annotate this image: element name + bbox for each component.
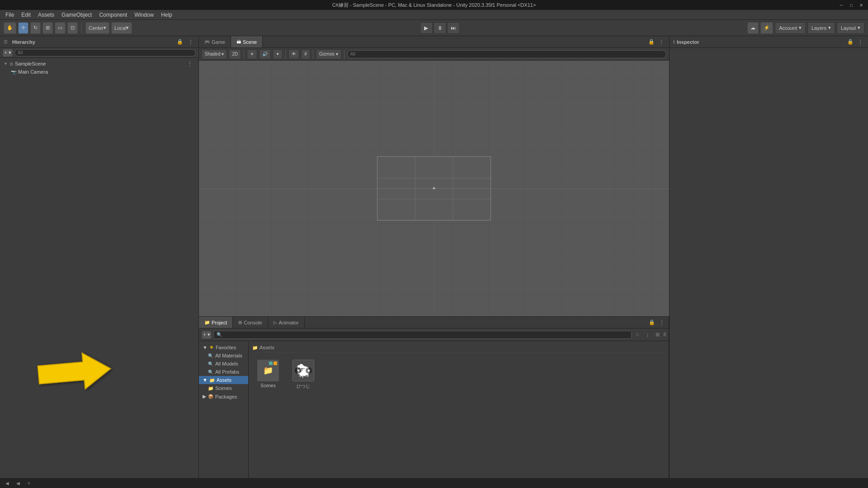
- layout-dropdown[interactable]: Layout ▾: [837, 22, 864, 34]
- tab-animator[interactable]: ▷ Animator: [268, 317, 305, 328]
- sidebar-all-prefabs[interactable]: 🔍 All Prefabs: [199, 368, 248, 376]
- tool-move[interactable]: ✛: [18, 22, 28, 34]
- pivot-mode-button[interactable]: Center ▾: [85, 22, 109, 34]
- scene-search-input[interactable]: [347, 50, 666, 58]
- sidebar-assets[interactable]: ▼ 📁 Assets: [199, 376, 248, 384]
- mode-2d-btn[interactable]: 2D: [229, 49, 241, 59]
- menu-assets[interactable]: Assets: [34, 11, 58, 19]
- services-icon[interactable]: ⚡: [760, 22, 773, 34]
- sidebar-all-models[interactable]: 🔍 All Models: [199, 360, 248, 368]
- hierarchy-scene-item[interactable]: ▼ ⊙ SampleScene ⋮: [0, 60, 198, 68]
- scene-panel-menu[interactable]: ⋮: [657, 38, 665, 46]
- tool-hand[interactable]: ✋: [4, 22, 16, 34]
- packages-label: Packages: [215, 394, 237, 399]
- hierarchy-add-button[interactable]: + ▾: [3, 49, 13, 57]
- scene-gizmos-btn[interactable]: Gizmos ▾: [316, 49, 341, 59]
- project-filter-btn[interactable]: ☆: [633, 331, 642, 339]
- scene-panel-lock[interactable]: 🔒: [647, 38, 656, 46]
- menu-component[interactable]: Component: [95, 11, 131, 19]
- minimize-button[interactable]: ─: [838, 2, 844, 8]
- scene-fx-btn[interactable]: ✦: [273, 49, 283, 59]
- step-button[interactable]: ⏭: [447, 22, 460, 34]
- menu-help[interactable]: Help: [157, 11, 176, 19]
- project-search-input[interactable]: [213, 331, 632, 339]
- tool-rect[interactable]: ▭: [55, 22, 66, 34]
- menu-file[interactable]: File: [2, 11, 18, 19]
- scene-context-menu[interactable]: ⋮: [185, 60, 195, 67]
- tool-transform[interactable]: ⊡: [67, 22, 78, 34]
- sidebar-all-materials[interactable]: 🔍 All Materials: [199, 352, 248, 360]
- sidebar-favorites[interactable]: ▼ ★ Favorites: [199, 343, 248, 352]
- camera-center-icon: ✦: [432, 185, 436, 192]
- tab-console-label: Console: [244, 320, 262, 325]
- sheep-play-right-btn[interactable]: ▶: [306, 367, 312, 374]
- scene-name: SampleScene: [15, 61, 46, 66]
- mode-2d-label: 2D: [232, 52, 238, 56]
- favorites-label: Favorites: [216, 345, 236, 350]
- tab-scene[interactable]: 🏔 Scene: [231, 36, 263, 47]
- favorites-arrow: ▼: [203, 345, 208, 350]
- sidebar-scenes[interactable]: 📁 Scenes: [199, 384, 248, 392]
- project-toolbar: + ▾ ☆ ↕ ⊞ 8: [199, 328, 669, 341]
- tab-game[interactable]: 🎮 Game: [199, 36, 231, 47]
- sheep-asset-icon: 🐑 ◀ ▶: [292, 360, 314, 381]
- hierarchy-header-icons: 🔒 ⋮: [176, 38, 195, 46]
- shading-mode-btn[interactable]: Shaded ▾: [202, 49, 227, 59]
- scene-audio-btn[interactable]: 🔊: [259, 49, 271, 59]
- hierarchy-lock-icon[interactable]: 🔒: [176, 38, 184, 46]
- game-tab-icon: 🎮: [204, 39, 210, 44]
- account-dropdown[interactable]: Account ▾: [775, 22, 806, 34]
- hierarchy-camera-item[interactable]: 📷 Main Camera: [0, 68, 198, 76]
- hierarchy-menu-icon[interactable]: ⋮: [187, 38, 195, 46]
- menu-edit[interactable]: Edit: [18, 11, 34, 19]
- badge-orange: [274, 361, 277, 365]
- assets-arrow: ▼: [203, 377, 208, 383]
- close-button[interactable]: ✕: [858, 2, 864, 8]
- asset-sheep[interactable]: 🐑 ◀ ▶ ひつじ: [288, 358, 319, 391]
- inspector-icon: ℹ: [673, 39, 675, 44]
- scene-sep-1: [244, 50, 244, 59]
- camera-rule-v1: [415, 157, 415, 220]
- scene-lighting-btn[interactable]: ☀: [247, 49, 257, 59]
- favorites-star-icon: ★: [209, 344, 214, 350]
- folder-icon-glyph: 📁: [263, 366, 273, 375]
- project-add-button[interactable]: + ▾: [202, 331, 212, 339]
- sheep-label: ひつじ: [297, 383, 310, 389]
- sheep-play-left-btn[interactable]: ◀: [295, 367, 301, 374]
- hierarchy-panel: ☰ Hierarchy 🔒 ⋮ + ▾ ▼ ⊙ SampleScene ⋮ 📷: [0, 36, 199, 488]
- badge-green: [269, 361, 273, 365]
- title-text: C#練習 - SampleScene - PC, Mac & Linux Sta…: [332, 2, 536, 9]
- scene-expand-arrow: ▼: [4, 61, 8, 66]
- layers-dropdown[interactable]: Layers ▾: [807, 22, 835, 34]
- maximize-button[interactable]: □: [848, 2, 854, 8]
- inspector-lock-icon[interactable]: 🔒: [846, 38, 854, 46]
- inspector-menu-icon[interactable]: ⋮: [856, 38, 864, 46]
- all-materials-label: All Materials: [215, 353, 242, 358]
- tab-project[interactable]: 📁 Project: [199, 317, 233, 328]
- project-sort-btn[interactable]: ↕: [643, 331, 651, 339]
- sidebar-packages[interactable]: ▶ 📦 Packages: [199, 392, 248, 401]
- collab-icon[interactable]: ☁: [747, 22, 759, 34]
- tool-scale[interactable]: ⊞: [42, 22, 53, 34]
- status-icon-1[interactable]: ◀: [4, 479, 11, 487]
- menu-gameobject[interactable]: GameObject: [58, 11, 95, 19]
- scene-camera-btn[interactable]: 👁: [288, 49, 299, 59]
- tab-console[interactable]: ⊞ Console: [233, 317, 268, 328]
- play-button[interactable]: ▶: [420, 22, 433, 34]
- status-icon-3[interactable]: ×: [25, 479, 33, 487]
- project-panel-lock[interactable]: 🔒: [648, 319, 656, 327]
- scenes-folder-icon: 📁: [208, 386, 213, 391]
- asset-scenes-folder[interactable]: 📁 Scenes: [252, 358, 284, 391]
- pause-button[interactable]: ⏸: [434, 22, 446, 34]
- project-panel-menu[interactable]: ⋮: [658, 319, 666, 327]
- scene-grid-btn[interactable]: #: [301, 49, 310, 59]
- status-icon-2[interactable]: ◀: [14, 479, 22, 487]
- tool-rotate[interactable]: ↻: [30, 22, 41, 34]
- menu-window[interactable]: Window: [131, 11, 157, 19]
- pivot-space-button[interactable]: Local ▾: [111, 22, 132, 34]
- project-view-btn[interactable]: ⊞: [653, 331, 661, 339]
- hierarchy-search-input[interactable]: [14, 49, 196, 56]
- scenes-folder-asset-icon: 📁: [257, 360, 279, 381]
- scenes-label: Scenes: [215, 385, 232, 391]
- shading-mode-label: Shaded: [205, 52, 220, 56]
